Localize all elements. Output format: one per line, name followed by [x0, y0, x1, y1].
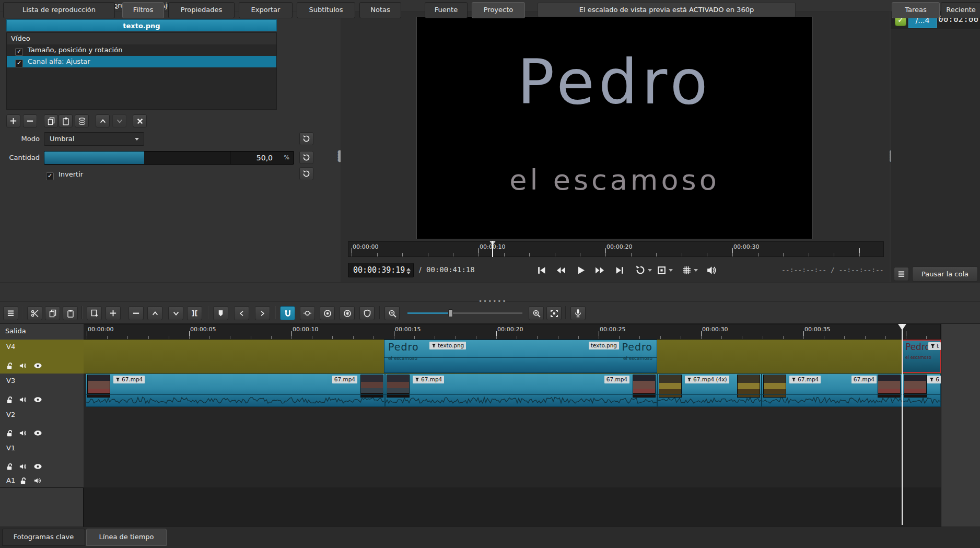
hide-icon[interactable]: [32, 395, 43, 404]
move-filter-up-button[interactable]: [96, 114, 110, 127]
fast-forward-button[interactable]: [592, 263, 607, 277]
ripple-button[interactable]: [320, 306, 335, 320]
spinner-down-icon[interactable]: [406, 272, 411, 276]
timeline-ruler[interactable]: 00:00:00 00:00:05 00:00:10 00:00:15 00:0…: [84, 324, 941, 340]
remove-filter-button[interactable]: [23, 114, 37, 127]
mode-dropdown[interactable]: Umbral: [44, 132, 144, 146]
play-button[interactable]: [574, 263, 588, 277]
ripple-all-tracks-button[interactable]: [340, 306, 355, 320]
add-filter-button[interactable]: [6, 114, 20, 127]
marker-button[interactable]: [213, 306, 228, 320]
split-button[interactable]: ][: [187, 306, 202, 320]
spinner-up-icon[interactable]: [406, 266, 411, 271]
track-v1[interactable]: [84, 441, 941, 475]
cut-button[interactable]: [27, 306, 42, 320]
previous-marker-button[interactable]: [234, 306, 249, 320]
current-timecode-field[interactable]: 00:00:39:19: [348, 263, 414, 277]
move-filter-down-button[interactable]: [112, 114, 126, 127]
amount-slider[interactable]: 50,0 %: [44, 151, 294, 165]
scrub-while-dragging-button[interactable]: [300, 306, 315, 320]
overwrite-button[interactable]: [106, 306, 121, 320]
tab-fuente[interactable]: Fuente: [425, 2, 468, 18]
left-splitter-handle[interactable]: ●●●●: [337, 150, 340, 161]
tab-lista-de-reproduccion[interactable]: Lista de reproducción: [3, 2, 115, 18]
filter-checkbox[interactable]: ✓: [15, 48, 23, 56]
invert-checkbox[interactable]: ✓: [46, 172, 54, 180]
ripple-delete-button[interactable]: [129, 306, 144, 320]
output-track-head[interactable]: Salida: [0, 324, 84, 340]
tab-subtitulos[interactable]: Subtítulos: [297, 2, 355, 18]
timeline-empty-area[interactable]: [84, 487, 941, 527]
mode-reset-button[interactable]: [299, 132, 313, 145]
filter-item-size-position[interactable]: ✓Tamaño, posición y rotación: [7, 44, 276, 56]
volume-button[interactable]: [704, 263, 719, 277]
track-a1[interactable]: [84, 474, 941, 488]
loop-button[interactable]: [633, 263, 648, 277]
track-head-v3[interactable]: V3: [0, 374, 84, 408]
snap-button[interactable]: [280, 306, 295, 320]
lock-icon[interactable]: [18, 476, 28, 485]
hide-icon[interactable]: [32, 429, 43, 437]
loop-dropdown-arrow[interactable]: [648, 269, 652, 274]
track-v4[interactable]: Pedro texto.png el escamoso texto.png Pe…: [84, 340, 941, 374]
mute-icon[interactable]: [18, 395, 28, 404]
lift-button[interactable]: [147, 306, 162, 320]
mute-icon[interactable]: [18, 429, 28, 437]
timeline-zoom-slider-track[interactable]: [407, 312, 522, 314]
timeline-zoom-out-button[interactable]: [384, 306, 400, 320]
player-playhead[interactable]: [492, 241, 493, 257]
clip-67-mp4[interactable]: 67.mp4 67.mp4: [385, 374, 657, 407]
clip-67-mp4[interactable]: 67.mp4 67.mp4: [86, 374, 385, 407]
grid-button[interactable]: [679, 263, 694, 277]
tab-exportar[interactable]: Exportar: [239, 2, 293, 18]
jobs-menu-button[interactable]: [894, 267, 909, 281]
amount-value[interactable]: 50,0: [256, 151, 273, 164]
ripple-markers-button[interactable]: [359, 306, 375, 320]
tab-proyecto[interactable]: Proyecto: [472, 2, 525, 18]
invert-row[interactable]: ✓Invertir: [46, 169, 83, 180]
lock-icon[interactable]: [4, 462, 15, 471]
lock-icon[interactable]: [4, 429, 15, 437]
mute-icon[interactable]: [32, 476, 43, 485]
amount-reset-button[interactable]: [299, 151, 313, 164]
skip-to-end-button[interactable]: [612, 263, 627, 277]
invert-reset-button[interactable]: [299, 167, 313, 180]
hide-icon[interactable]: [32, 462, 43, 471]
zoom-dropdown-arrow[interactable]: [669, 269, 673, 274]
timeline-menu-button[interactable]: [3, 306, 18, 320]
copy-button[interactable]: [45, 306, 60, 320]
zoom-fit-button[interactable]: [654, 263, 669, 277]
deselect-filter-button[interactable]: [133, 114, 147, 127]
tab-filtros[interactable]: Filtros: [122, 2, 164, 18]
track-head-a1[interactable]: A1: [0, 474, 84, 488]
mute-icon[interactable]: [18, 362, 28, 370]
tab-tareas[interactable]: Tareas: [892, 2, 940, 18]
append-button[interactable]: [87, 306, 102, 320]
filter-checkbox[interactable]: ✓: [15, 60, 23, 67]
paste-button[interactable]: [63, 306, 78, 320]
copy-filters-button[interactable]: [44, 114, 58, 127]
lock-icon[interactable]: [4, 362, 15, 370]
player-scrub-ruler[interactable]: 00:00:00 00:00:10 00:00:20 00:00:30: [348, 241, 884, 257]
record-audio-button[interactable]: [570, 306, 586, 320]
filter-item-alpha-channel[interactable]: ✓Canal alfa: Ajustar: [7, 56, 276, 67]
clip-texto-png-selected[interactable]: Pedro t el escamoso: [902, 340, 941, 373]
track-head-v4[interactable]: V4: [0, 340, 84, 374]
rewind-button[interactable]: [554, 263, 568, 277]
timeline-playhead[interactable]: [902, 324, 903, 525]
hide-icon[interactable]: [32, 362, 43, 370]
clip-texto-png[interactable]: Pedro texto.png el escamoso texto.png Pe…: [384, 340, 657, 373]
track-head-v1[interactable]: V1: [0, 441, 84, 475]
track-v3[interactable]: 67.mp4 67.mp4 67.mp4 67.mp4 67.mp4 (4x): [84, 374, 941, 408]
tab-linea-de-tiempo[interactable]: Línea de tiempo: [86, 529, 167, 546]
mute-icon[interactable]: [18, 462, 28, 471]
clip-67-mp4[interactable]: 6: [902, 374, 941, 407]
tab-fotogramas-clave[interactable]: Fotogramas clave: [2, 529, 85, 546]
clip-67-mp4[interactable]: 67.mp4 67.mp4: [762, 374, 902, 407]
clip-67-mp4-4x[interactable]: 67.mp4 (4x): [657, 374, 762, 407]
overwrite-clip-button[interactable]: [168, 306, 183, 320]
lock-icon[interactable]: [4, 395, 15, 404]
track-v2[interactable]: [84, 407, 941, 441]
tab-notas[interactable]: Notas: [359, 2, 401, 18]
pause-queue-button[interactable]: Pausar la cola: [912, 266, 978, 282]
